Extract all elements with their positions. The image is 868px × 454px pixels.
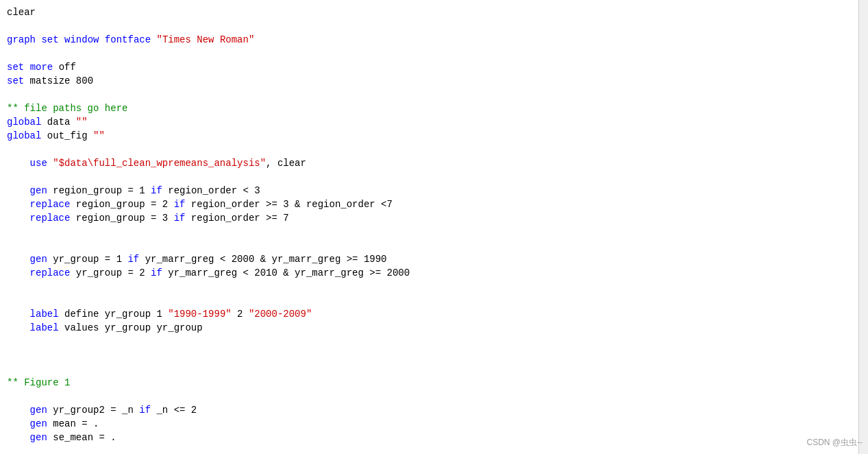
code-line: replace yr_group = 2 if yr_marr_greg < 2… <box>0 266 868 280</box>
code-line: replace region_group = 3 if region_order… <box>0 211 868 225</box>
code-line <box>0 47 868 60</box>
scrollbar[interactable] <box>858 0 868 454</box>
code-line: set more off <box>0 60 868 74</box>
code-line: graph set window fontface "Times New Rom… <box>0 33 868 47</box>
code-editor: clear graph set window fontface "Times N… <box>0 0 868 454</box>
code-line: gen yr_group2 = _n if _n <= 2 <box>0 403 868 417</box>
code-line: use "$data\full_clean_wpremeans_analysis… <box>0 156 868 170</box>
code-line <box>0 390 868 403</box>
code-line <box>0 88 868 101</box>
code-line <box>0 294 868 307</box>
code-line <box>0 170 868 184</box>
code-line: ** Figure 1 <box>0 376 868 390</box>
code-line: label define yr_group 1 "1990-1999" 2 "2… <box>0 307 868 321</box>
code-line <box>0 362 868 376</box>
code-line <box>0 225 868 239</box>
code-line: label values yr_group yr_group <box>0 321 868 335</box>
code-line <box>0 348 868 362</box>
code-line: gen region_group = 1 if region_order < 3 <box>0 184 868 198</box>
code-line: gen mean = . <box>0 417 868 431</box>
code-line: global out_fig "" <box>0 129 868 143</box>
code-line: gen yr_group = 1 if yr_marr_greg < 2000 … <box>0 252 868 266</box>
code-line: ** file paths go here <box>0 101 868 115</box>
code-content: clear graph set window fontface "Times N… <box>0 5 868 444</box>
code-line: clear <box>0 5 868 19</box>
code-line <box>0 280 868 294</box>
code-line: gen se_mean = . <box>0 431 868 444</box>
watermark-text: CSDN @虫虫-- <box>806 437 863 449</box>
code-line: set matsize 800 <box>0 74 868 88</box>
code-line <box>0 335 868 348</box>
code-line <box>0 19 868 33</box>
code-line: replace region_group = 2 if region_order… <box>0 198 868 211</box>
code-line <box>0 239 868 252</box>
code-line: global data "" <box>0 115 868 129</box>
code-line <box>0 143 868 156</box>
